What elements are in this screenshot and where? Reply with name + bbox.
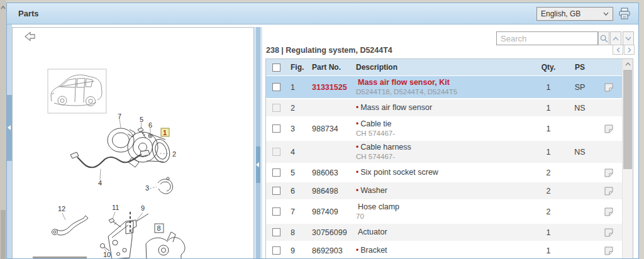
diagram-callout-7[interactable]: 7 [118, 113, 121, 120]
panel-divider[interactable] [254, 27, 262, 258]
qty-cell: 2 [532, 207, 565, 216]
prev-section-button[interactable] [613, 45, 623, 55]
qty-cell: 1 [532, 124, 565, 133]
table-row[interactable]: 9 8692903 •Bracket 1 [266, 242, 622, 259]
description-text: •Washer [356, 186, 532, 196]
fig-cell: 9 [287, 246, 312, 255]
print-button[interactable] [616, 6, 632, 21]
row-checkbox[interactable] [272, 124, 280, 133]
row-checkbox [272, 148, 280, 156]
diagram-callout-10[interactable]: 10 [103, 251, 111, 258]
fig-cell: 4 [287, 148, 312, 157]
row-checkbox[interactable] [272, 246, 280, 255]
fig-cell: 1 [287, 83, 312, 92]
left-splitter-handle[interactable] [7, 95, 12, 161]
table-row[interactable]: 4 •Cable harness CH 574467- 1 NS [266, 141, 622, 163]
next-section-button[interactable] [624, 45, 635, 55]
chevron-down-icon [625, 36, 631, 41]
note-icon[interactable] [604, 124, 614, 134]
part-no-cell: 30756099 [312, 228, 356, 237]
search-icon [600, 35, 608, 43]
description-text: •Bracket [356, 246, 532, 256]
qty-cell: 1 [532, 246, 565, 255]
language-select-value: English, GB [541, 9, 580, 18]
search-button[interactable] [598, 31, 609, 45]
table-row[interactable]: 6 986498 •Washer 2 [266, 182, 622, 199]
table-row[interactable]: 1 31331525 Mass air flow sensor, Kit D52… [266, 76, 622, 98]
prev-match-button[interactable] [610, 31, 621, 45]
search-input[interactable] [496, 31, 598, 45]
red-bullet-icon: • [356, 103, 358, 112]
description-text: Mass air flow sensor, Kit [356, 78, 532, 88]
row-checkbox[interactable] [272, 83, 280, 91]
diagram-callout-5[interactable]: 5 [140, 116, 143, 123]
diagram-callout-2[interactable]: 2 [172, 150, 176, 158]
diagram-hscrollbar-thumb[interactable] [33, 256, 87, 259]
chevron-down-icon [603, 12, 609, 16]
diagram-callout-1[interactable]: 1 [163, 129, 167, 136]
page-scrollbar[interactable] [0, 0, 6, 259]
chevron-left-icon [616, 47, 620, 53]
fig-cell: 3 [287, 124, 312, 133]
row-checkbox[interactable] [272, 207, 280, 216]
note-icon[interactable] [604, 207, 614, 217]
printer-icon [618, 8, 631, 20]
left-splitter[interactable] [7, 25, 12, 258]
parts-table: Fig. Part No. Description Qty. PS 1 3133… [265, 58, 633, 259]
table-row[interactable]: 8 30756099 Actuator 1 [266, 224, 622, 241]
part-no-cell: 987409 [312, 207, 356, 216]
fig-cell: 2 [287, 104, 312, 113]
note-icon[interactable] [604, 168, 614, 178]
fig-cell: 5 [287, 168, 312, 177]
description-subtext: CH 574467- [356, 152, 532, 161]
scroll-up-icon[interactable] [0, 3, 6, 11]
table-row[interactable]: 3 988734 •Cable tie CH 574467- 1 [266, 118, 622, 140]
table-header: Fig. Part No. Description Qty. PS [266, 59, 622, 75]
panel-divider-handle[interactable] [256, 146, 260, 183]
ps-cell: NS [565, 104, 595, 113]
note-icon[interactable] [604, 82, 614, 92]
row-checkbox[interactable] [272, 187, 280, 195]
note-icon[interactable] [604, 186, 614, 196]
part-no-cell: 986063 [312, 168, 356, 177]
note-icon[interactable] [604, 246, 614, 256]
language-select[interactable]: English, GB [536, 7, 613, 21]
note-icon[interactable] [604, 228, 614, 238]
table-row[interactable]: 5 986063 •Six point socket screw 2 [266, 164, 622, 181]
diagram-callout-8[interactable]: 8 [157, 224, 161, 232]
diagram-callout-6[interactable]: 6 [148, 121, 152, 129]
chevron-right-icon [628, 47, 631, 53]
select-all-checkbox[interactable] [272, 63, 280, 72]
row-checkbox[interactable] [272, 228, 280, 236]
qty-cell: 1 [532, 104, 565, 113]
description-subtext: D5244T18, D5244T4, D5244T5 [356, 87, 532, 96]
diagram-callout-3[interactable]: 3 [145, 184, 149, 192]
table-scrollbar-thumb[interactable] [623, 70, 632, 169]
diagram-callout-11[interactable]: 11 [112, 204, 119, 211]
page-scrollbar-thumb[interactable] [1, 210, 6, 259]
vehicle-thumbnail [48, 69, 106, 113]
section-heading: 238 | Regulating system, D5244T4 [266, 46, 392, 55]
table-body: 1 31331525 Mass air flow sensor, Kit D52… [266, 76, 633, 259]
table-scroll-up-button[interactable] [623, 59, 633, 69]
red-bullet-icon: • [356, 186, 358, 195]
next-match-button[interactable] [623, 31, 634, 45]
fig-cell: 7 [287, 207, 312, 216]
red-bullet-icon: • [356, 168, 358, 177]
diagram-callout-4[interactable]: 4 [98, 179, 102, 187]
table-row[interactable]: 7 987409 Hose clamp 70 2 [266, 201, 622, 223]
description-text: Actuator [356, 228, 532, 238]
page-title: Parts [18, 9, 39, 18]
table-scrollbar[interactable] [622, 59, 633, 259]
diagram-callout-9[interactable]: 9 [141, 204, 145, 212]
description-text: Hose clamp [356, 202, 532, 212]
back-arrow-icon [25, 33, 35, 41]
qty-cell: 1 [532, 228, 565, 237]
row-checkbox[interactable] [272, 168, 280, 177]
description-text: •Cable tie [356, 119, 532, 130]
back-button[interactable] [25, 33, 35, 41]
part-no-cell: 988734 [312, 124, 356, 133]
diagram-callout-12[interactable]: 12 [58, 205, 65, 212]
table-row[interactable]: 2 •Mass air flow sensor 1 NS [266, 99, 622, 116]
red-bullet-icon: • [356, 246, 358, 255]
